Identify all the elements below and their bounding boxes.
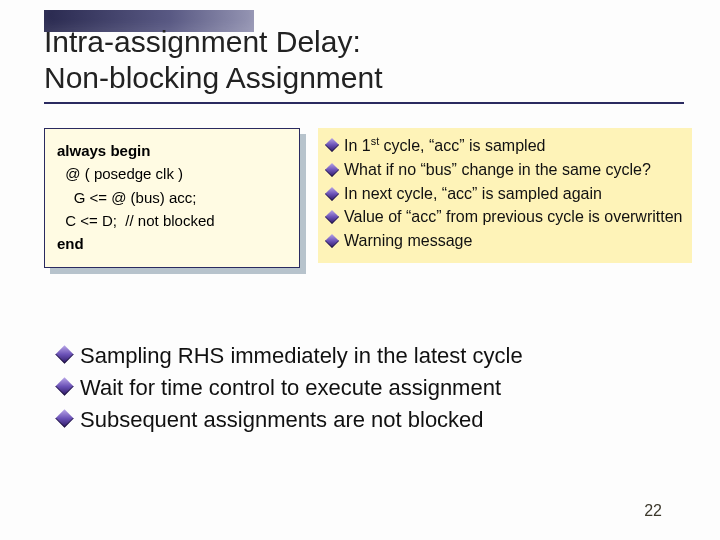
notes-text: In next cycle, “acc” is sampled again bbox=[344, 185, 602, 202]
notes-text: In 1st cycle, “acc” is sampled bbox=[344, 137, 545, 154]
notes-item: In next cycle, “acc” is sampled again bbox=[324, 183, 684, 205]
diamond-bullet-icon bbox=[325, 138, 339, 152]
kw-begin: begin bbox=[110, 142, 150, 159]
code-block: always begin @ ( posedge clk ) G <= @ (b… bbox=[44, 128, 300, 268]
diamond-bullet-icon bbox=[55, 409, 73, 427]
summary-item: Sampling RHS immediately in the latest c… bbox=[58, 340, 680, 372]
title-underline bbox=[44, 102, 684, 104]
kw-end: end bbox=[57, 235, 84, 252]
notes-text: What if no “bus” change in the same cycl… bbox=[344, 161, 651, 178]
page-number: 22 bbox=[644, 502, 662, 520]
code-line-2: @ ( posedge clk ) bbox=[57, 165, 183, 182]
notes-item: What if no “bus” change in the same cycl… bbox=[324, 159, 684, 181]
title-line-2: Non-blocking Assignment bbox=[44, 60, 680, 96]
diamond-bullet-icon bbox=[325, 234, 339, 248]
diamond-bullet-icon bbox=[55, 345, 73, 363]
summary-text: Subsequent assignments are not blocked bbox=[80, 407, 484, 432]
notes-item: Value of “acc” from previous cycle is ov… bbox=[324, 206, 684, 228]
summary-list: Sampling RHS immediately in the latest c… bbox=[58, 340, 680, 436]
kw-always: always bbox=[57, 142, 106, 159]
summary-text: Wait for time control to execute assignm… bbox=[80, 375, 501, 400]
diamond-bullet-icon bbox=[325, 210, 339, 224]
diamond-bullet-icon bbox=[325, 186, 339, 200]
notes-panel: In 1st cycle, “acc” is sampled What if n… bbox=[318, 128, 692, 263]
summary-text: Sampling RHS immediately in the latest c… bbox=[80, 343, 523, 368]
notes-item: In 1st cycle, “acc” is sampled bbox=[324, 134, 684, 157]
slide-title: Intra-assignment Delay: Non-blocking Ass… bbox=[44, 24, 680, 112]
code-block-shadow: always begin @ ( posedge clk ) G <= @ (b… bbox=[44, 128, 300, 268]
notes-text: Warning message bbox=[344, 232, 472, 249]
summary-item: Subsequent assignments are not blocked bbox=[58, 404, 680, 436]
diamond-bullet-icon bbox=[55, 377, 73, 395]
code-line-3: G <= @ (bus) acc; bbox=[57, 189, 196, 206]
title-line-1: Intra-assignment Delay: bbox=[44, 24, 680, 60]
diamond-bullet-icon bbox=[325, 163, 339, 177]
notes-text: Value of “acc” from previous cycle is ov… bbox=[344, 208, 682, 225]
code-line-4: C <= D; // not blocked bbox=[57, 212, 215, 229]
notes-item: Warning message bbox=[324, 230, 684, 252]
summary-item: Wait for time control to execute assignm… bbox=[58, 372, 680, 404]
